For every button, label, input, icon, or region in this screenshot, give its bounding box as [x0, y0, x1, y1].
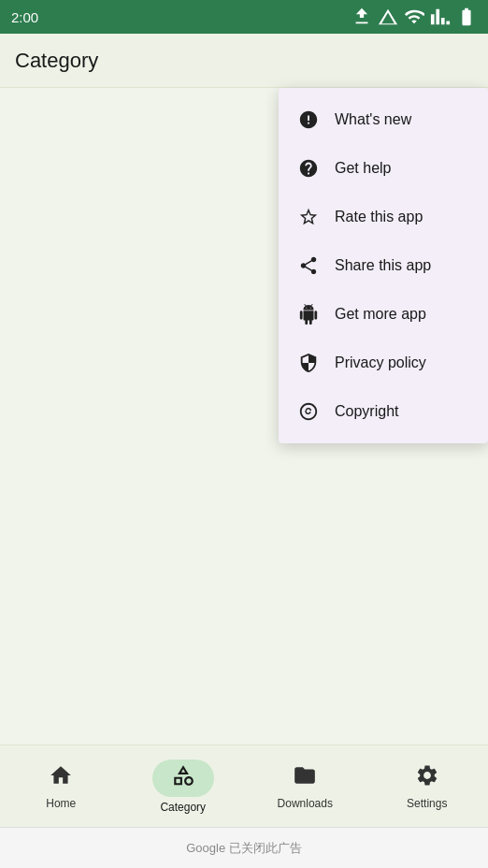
status-time: 2:00 — [11, 9, 38, 25]
nav-item-category[interactable]: Category — [122, 752, 245, 821]
dropdown-menu: What's new Get help Rate this app — [279, 88, 488, 443]
get-help-label: Get help — [335, 160, 391, 177]
nav-item-settings[interactable]: Settings — [366, 756, 489, 817]
share-icon — [297, 254, 320, 277]
bottom-nav: Home Category Downloads Settings — [0, 745, 488, 827]
a-status-icon — [378, 7, 398, 27]
help-circle-icon — [297, 157, 320, 180]
folder-icon — [293, 763, 317, 793]
download-status-icon — [352, 7, 372, 27]
shield-icon — [297, 352, 320, 374]
menu-item-whats-new[interactable]: What's new — [279, 95, 488, 144]
status-icons — [352, 7, 477, 27]
page-title: Category — [15, 49, 98, 73]
wifi-icon — [404, 7, 424, 27]
android-icon — [297, 303, 320, 326]
nav-item-home[interactable]: Home — [0, 756, 122, 817]
whats-new-label: What's new — [335, 111, 411, 128]
ad-bar: Google 已关闭此广告 — [0, 827, 488, 868]
menu-item-privacy-policy[interactable]: Privacy policy — [279, 339, 488, 387]
settings-icon — [415, 763, 439, 793]
main-content: What's new Get help Rate this app — [0, 88, 488, 745]
share-this-app-label: Share this app — [335, 257, 431, 274]
menu-item-get-more-app[interactable]: Get more app — [279, 290, 488, 339]
copyright-icon — [297, 400, 320, 423]
home-icon — [49, 763, 73, 793]
signal-icon — [430, 7, 451, 27]
nav-item-downloads[interactable]: Downloads — [244, 756, 366, 817]
menu-item-rate-this-app[interactable]: Rate this app — [279, 193, 488, 241]
alert-circle-icon — [297, 108, 320, 131]
get-more-app-label: Get more app — [335, 306, 426, 323]
ad-text: Google 已关闭此广告 — [186, 840, 302, 857]
header: Category — [0, 34, 488, 88]
battery-icon — [456, 7, 477, 27]
menu-item-share-this-app[interactable]: Share this app — [279, 241, 488, 290]
status-bar: 2:00 — [0, 0, 488, 34]
nav-category-label: Category — [160, 801, 206, 814]
nav-settings-label: Settings — [407, 797, 447, 810]
menu-item-copyright[interactable]: Copyright — [279, 387, 488, 436]
nav-downloads-label: Downloads — [278, 797, 333, 810]
menu-item-get-help[interactable]: Get help — [279, 144, 488, 193]
star-outline-icon — [297, 206, 320, 228]
category-icon — [171, 767, 195, 792]
privacy-policy-label: Privacy policy — [335, 354, 426, 371]
rate-this-app-label: Rate this app — [335, 209, 423, 225]
copyright-label: Copyright — [335, 403, 398, 420]
nav-home-label: Home — [46, 797, 76, 810]
